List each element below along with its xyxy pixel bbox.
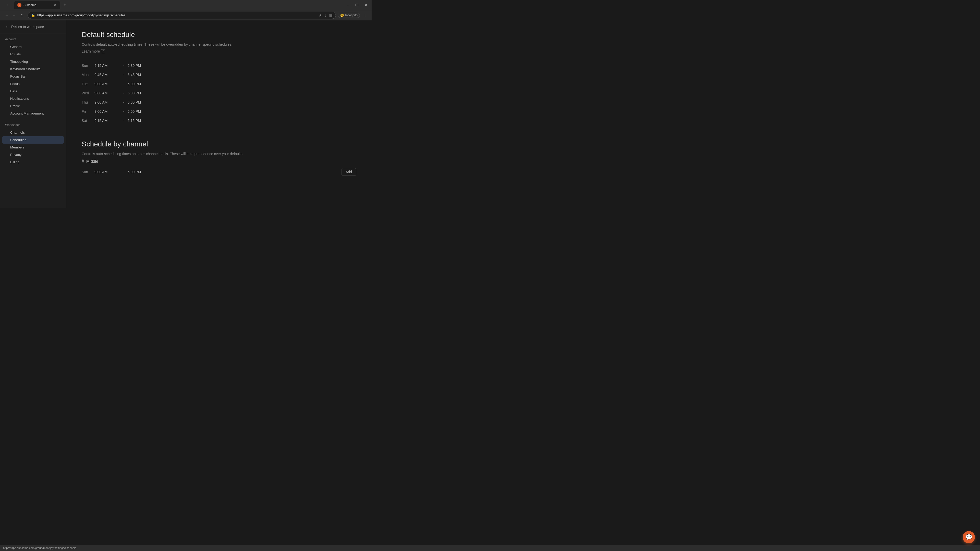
- reload-button[interactable]: ↻: [18, 12, 25, 19]
- notifications-label: Notifications: [10, 97, 29, 100]
- sidebar-item-channels[interactable]: Channels: [0, 129, 66, 136]
- default-schedule-description: Controls default auto-scheduling times. …: [82, 42, 356, 47]
- sidebar-item-timeboxing[interactable]: Timeboxing: [0, 58, 66, 65]
- return-to-workspace-link[interactable]: ← Return to workspace: [0, 21, 66, 33]
- sidebar-item-privacy[interactable]: Privacy: [0, 151, 66, 159]
- account-management-label: Account Management: [10, 111, 44, 115]
- tab-favicon: S: [18, 3, 21, 7]
- end-thu: 6:00 PM: [127, 100, 153, 104]
- sidebar-item-notifications[interactable]: Notifications: [0, 95, 66, 102]
- sidebar-item-general[interactable]: General: [0, 43, 66, 51]
- channel-end-sun: 6:00 PM: [127, 170, 153, 174]
- end-sun: 6:30 PM: [127, 64, 153, 68]
- schedule-row-mon: Mon 9:45 AM - 6:45 PM: [82, 71, 356, 79]
- channel-day-sun: Sun: [82, 170, 94, 174]
- tab-sunsama[interactable]: S Sunsama ✕: [14, 1, 60, 9]
- sidebar-item-beta[interactable]: Beta: [0, 87, 66, 95]
- workspace-section: Workspace Channels Schedules Members Pri…: [0, 119, 66, 168]
- sidebar-toggle-browser[interactable]: ‹: [4, 2, 10, 8]
- sidebar-item-members[interactable]: Members: [0, 144, 66, 151]
- close-button[interactable]: ✕: [363, 2, 369, 9]
- schedule-by-channel-title: Schedule by channel: [82, 140, 356, 148]
- navigation-buttons: ← → ↻: [3, 12, 25, 19]
- back-button[interactable]: ←: [3, 12, 10, 19]
- end-mon: 6:45 PM: [127, 73, 153, 77]
- sidebar-item-rituals[interactable]: Rituals: [0, 51, 66, 58]
- channel-dash-sun: -: [120, 170, 127, 174]
- rituals-label: Rituals: [10, 52, 21, 56]
- account-section-title: Account: [0, 38, 66, 43]
- channel-name: Middle: [86, 159, 98, 164]
- account-section: Account General Rituals Timeboxing Keybo…: [0, 33, 66, 119]
- schedule-row-thu: Thu 9:00 AM - 6:00 PM: [82, 98, 356, 106]
- start-mon: 9:45 AM: [94, 73, 120, 77]
- address-bar-icons: ★ ⇓ ▤: [319, 13, 332, 17]
- more-options-button[interactable]: ⋮: [361, 12, 369, 19]
- focus-bar-label: Focus Bar: [10, 75, 26, 78]
- add-schedule-button[interactable]: Add: [341, 168, 356, 176]
- schedule-row-wed: Wed 9:00 AM - 6:00 PM: [82, 89, 356, 97]
- sidebar-item-schedules[interactable]: Schedules: [2, 136, 64, 144]
- sidebar: ← Return to workspace Account General Ri…: [0, 21, 66, 208]
- default-schedule-table: Sun 9:15 AM - 6:30 PM Mon 9:45 AM - 6:45…: [82, 62, 356, 125]
- workspace-section-title: Workspace: [0, 123, 66, 129]
- start-wed: 9:00 AM: [94, 91, 120, 95]
- browser-window: ‹ S Sunsama ✕ + − ☐ ✕ ← → ↻ 🔒 ★ ⇓: [0, 0, 372, 208]
- sidebar-item-account-management[interactable]: Account Management: [0, 110, 66, 117]
- return-to-workspace-label: Return to workspace: [11, 25, 44, 29]
- channels-label: Channels: [10, 130, 25, 135]
- sidebar-item-keyboard-shortcuts[interactable]: Keyboard Shortcuts: [0, 65, 66, 73]
- minimize-button[interactable]: −: [344, 2, 351, 9]
- dash-wed: -: [120, 91, 127, 95]
- start-sat: 9:15 AM: [94, 119, 120, 123]
- main-content: Default schedule Controls default auto-s…: [66, 21, 372, 208]
- incognito-icon: 🥱: [340, 14, 344, 17]
- dash-fri: -: [120, 110, 127, 114]
- general-label: General: [10, 45, 22, 49]
- start-sun: 9:15 AM: [94, 64, 120, 68]
- day-wed: Wed: [82, 91, 94, 95]
- address-bar[interactable]: 🔒 ★ ⇓ ▤: [27, 12, 336, 19]
- day-thu: Thu: [82, 100, 94, 104]
- billing-label: Billing: [10, 160, 19, 164]
- incognito-badge[interactable]: 🥱 Incognito: [338, 13, 360, 18]
- dash-mon: -: [120, 73, 127, 77]
- browser-right-actions: 🥱 Incognito ⋮: [338, 12, 369, 19]
- extensions-icon[interactable]: ▤: [329, 13, 332, 17]
- download-icon[interactable]: ⇓: [324, 13, 327, 17]
- url-input[interactable]: [37, 13, 317, 17]
- tabs-container: S Sunsama ✕ +: [14, 1, 342, 9]
- learn-more-link[interactable]: Learn more ↗: [82, 49, 105, 53]
- window-control-buttons: − ☐ ✕: [344, 2, 369, 9]
- members-label: Members: [10, 145, 24, 149]
- new-tab-button[interactable]: +: [61, 2, 68, 9]
- profile-label: Profile: [10, 104, 20, 108]
- day-tue: Tue: [82, 82, 94, 86]
- day-sun: Sun: [82, 64, 94, 68]
- dash-sat: -: [120, 119, 127, 123]
- learn-more-label: Learn more: [82, 49, 100, 53]
- sidebar-item-billing[interactable]: Billing: [0, 159, 66, 166]
- end-fri: 6:00 PM: [127, 110, 153, 114]
- maximize-button[interactable]: ☐: [353, 2, 360, 9]
- sidebar-item-focus[interactable]: Focus: [0, 80, 66, 87]
- dash-tue: -: [120, 82, 127, 86]
- address-bar-row: ← → ↻ 🔒 ★ ⇓ ▤ 🥱 Incognito ⋮: [0, 10, 372, 21]
- sidebar-item-focus-bar[interactable]: Focus Bar: [0, 73, 66, 80]
- tab-close-button[interactable]: ✕: [52, 3, 57, 7]
- schedule-row-sun: Sun 9:15 AM - 6:30 PM: [82, 62, 356, 70]
- external-link-icon: ↗: [101, 49, 105, 53]
- sidebar-item-profile[interactable]: Profile: [0, 102, 66, 110]
- focus-label: Focus: [10, 82, 20, 86]
- default-schedule-section: Default schedule Controls default auto-s…: [82, 30, 356, 125]
- schedule-by-channel-description: Controls auto-scheduling times on a per-…: [82, 151, 356, 157]
- window-controls: ‹: [2, 2, 12, 8]
- lock-icon: 🔒: [31, 13, 35, 17]
- channel-start-sun: 9:00 AM: [94, 170, 120, 174]
- forward-button[interactable]: →: [11, 12, 18, 19]
- start-fri: 9:00 AM: [94, 110, 120, 114]
- bookmark-icon[interactable]: ★: [319, 13, 322, 17]
- privacy-label: Privacy: [10, 153, 21, 157]
- channel-hash-icon: #: [82, 159, 84, 164]
- dash-sun: -: [120, 64, 127, 68]
